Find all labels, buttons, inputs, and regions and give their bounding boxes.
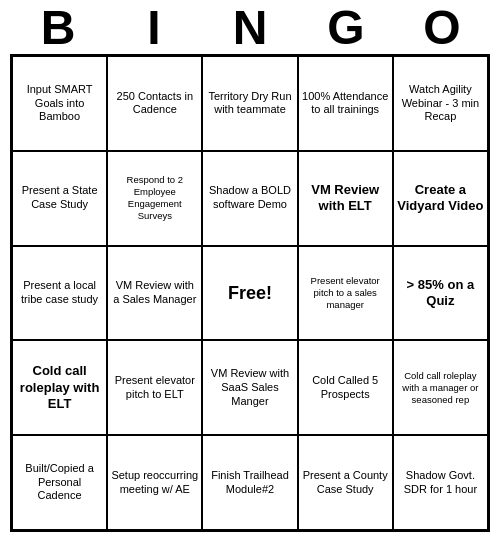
bingo-cell-8: VM Review with ELT xyxy=(298,151,393,246)
bingo-cell-18: Cold Called 5 Prospects xyxy=(298,340,393,435)
bingo-cell-19: Cold call roleplay with a manager or sea… xyxy=(393,340,488,435)
bingo-cell-24: Shadow Govt. SDR for 1 hour xyxy=(393,435,488,530)
bingo-cell-4: Watch Agility Webinar - 3 min Recap xyxy=(393,56,488,151)
bingo-cell-11: VM Review with a Sales Manager xyxy=(107,246,202,341)
bingo-letter: N xyxy=(210,4,290,52)
bingo-cell-3: 100% Attendance to all trainings xyxy=(298,56,393,151)
bingo-cell-0: Input SMART Goals into Bamboo xyxy=(12,56,107,151)
bingo-cell-5: Present a State Case Study xyxy=(12,151,107,246)
bingo-grid: Input SMART Goals into Bamboo250 Contact… xyxy=(10,54,490,532)
bingo-cell-17: VM Review with SaaS Sales Manger xyxy=(202,340,297,435)
bingo-cell-2: Territory Dry Run with teammate xyxy=(202,56,297,151)
bingo-cell-10: Present a local tribe case study xyxy=(12,246,107,341)
bingo-cell-7: Shadow a BOLD software Demo xyxy=(202,151,297,246)
bingo-cell-9: Create a Vidyard Video xyxy=(393,151,488,246)
bingo-cell-6: Respond to 2 Employee Engagement Surveys xyxy=(107,151,202,246)
bingo-letter: G xyxy=(306,4,386,52)
bingo-letter: B xyxy=(18,4,98,52)
bingo-cell-13: Present elevator pitch to a sales manage… xyxy=(298,246,393,341)
bingo-cell-20: Built/Copied a Personal Cadence xyxy=(12,435,107,530)
bingo-cell-21: Setup reoccurring meeting w/ AE xyxy=(107,435,202,530)
bingo-cell-12: Free! xyxy=(202,246,297,341)
bingo-cell-23: Present a County Case Study xyxy=(298,435,393,530)
bingo-cell-16: Present elevator pitch to ELT xyxy=(107,340,202,435)
bingo-letter: I xyxy=(114,4,194,52)
bingo-letter: O xyxy=(402,4,482,52)
bingo-cell-14: > 85% on a Quiz xyxy=(393,246,488,341)
bingo-cell-15: Cold call roleplay with ELT xyxy=(12,340,107,435)
bingo-cell-22: Finish Trailhead Module#2 xyxy=(202,435,297,530)
bingo-cell-1: 250 Contacts in Cadence xyxy=(107,56,202,151)
bingo-header: BINGO xyxy=(10,0,490,54)
